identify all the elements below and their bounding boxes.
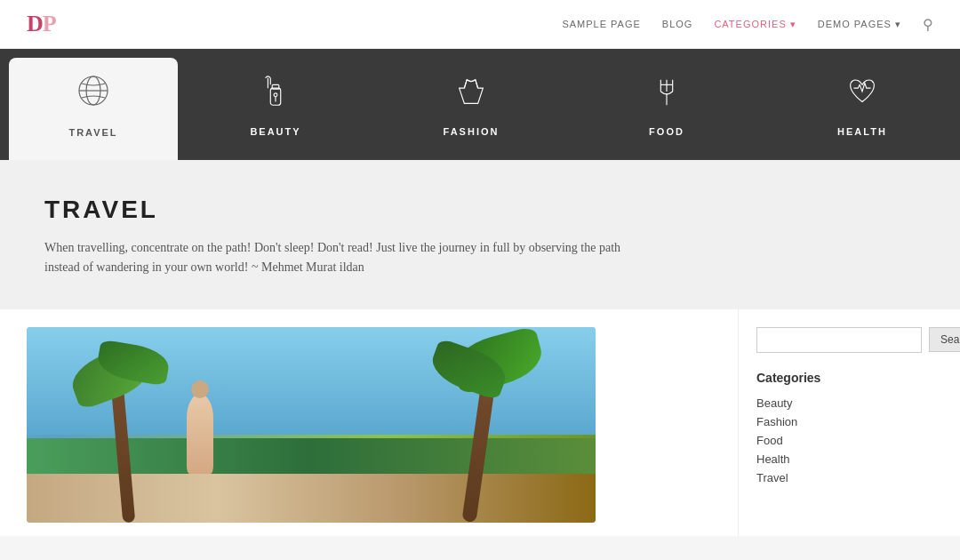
heart-icon [844, 73, 881, 116]
search-area: Search [756, 327, 942, 353]
category-health[interactable]: HEALTH [764, 49, 960, 160]
svg-line-9 [464, 79, 467, 88]
fork-icon [648, 73, 685, 116]
logo-p: P [43, 11, 56, 36]
sidebar-category-fashion[interactable]: Fashion [756, 412, 942, 431]
category-fashion-label: FASHION [444, 126, 500, 137]
category-travel-label: TRAVEL [68, 127, 117, 138]
categories-heading: Categories [756, 371, 942, 385]
nav-blog[interactable]: BLOG [662, 19, 693, 29]
category-bar: TRAVEL BEAUTY FASHION [0, 49, 960, 160]
nav-sample-page[interactable]: SAMPLE PAGE [562, 19, 640, 29]
svg-point-7 [274, 92, 277, 96]
category-food[interactable]: FOOD [569, 49, 764, 160]
search-input[interactable] [756, 327, 922, 353]
logo[interactable]: DP [27, 11, 56, 37]
bottle-icon [257, 73, 294, 116]
category-food-label: FOOD [649, 126, 684, 137]
top-nav: DP SAMPLE PAGE BLOG CATEGORIES DEMO PAGE… [0, 0, 960, 49]
dress-icon [452, 73, 490, 116]
sidebar-category-travel[interactable]: Travel [756, 468, 942, 487]
category-beauty[interactable]: BEAUTY [178, 49, 373, 160]
globe-icon [74, 71, 113, 116]
content-area [0, 309, 738, 536]
travel-image [27, 327, 596, 523]
category-travel[interactable]: TRAVEL [9, 58, 178, 160]
sidebar-category-food[interactable]: Food [756, 431, 942, 450]
nav-links: SAMPLE PAGE BLOG CATEGORIES DEMO PAGES ⚲ [562, 16, 933, 33]
main-content: Search Categories Beauty Fashion Food He… [0, 309, 960, 536]
sidebar-category-beauty[interactable]: Beauty [756, 394, 942, 412]
search-button[interactable]: Search [929, 327, 960, 352]
nav-demo-pages[interactable]: DEMO PAGES [818, 19, 901, 30]
nav-categories[interactable]: CATEGORIES [714, 19, 796, 30]
search-icon[interactable]: ⚲ [923, 16, 933, 33]
sidebar: Search Categories Beauty Fashion Food He… [738, 309, 960, 536]
category-health-label: HEALTH [837, 126, 887, 137]
hero-quote: When travelling, concentrate on the path… [44, 238, 622, 278]
category-beauty-label: BEAUTY [250, 126, 300, 137]
svg-line-10 [476, 79, 478, 88]
category-fashion[interactable]: FASHION [373, 49, 569, 160]
sidebar-category-health[interactable]: Health [756, 450, 942, 468]
logo-d: D [27, 11, 43, 36]
hero-title: TRAVEL [44, 196, 916, 224]
hero-section: TRAVEL When travelling, concentrate on t… [0, 160, 960, 309]
